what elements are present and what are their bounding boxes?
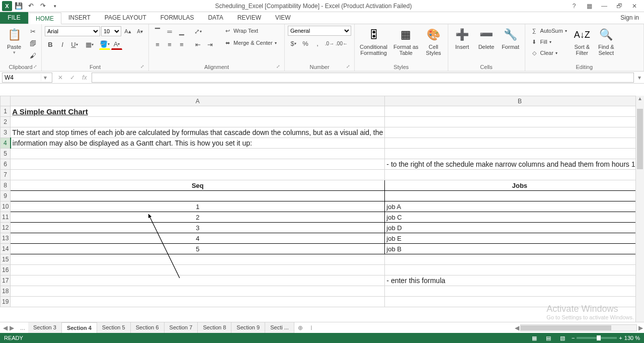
row-header[interactable]: 2 [1, 117, 11, 127]
ribbon-tab-formulas[interactable]: FORMULAS [153, 12, 201, 24]
pagebreak-view-icon[interactable]: ▧ [557, 335, 568, 341]
ribbon-tab-data[interactable]: DATA [201, 12, 230, 24]
cell-styles-button[interactable]: 🎨Cell Styles [423, 26, 445, 57]
name-box[interactable]: ▾ [2, 73, 52, 83]
sheet-tab[interactable]: Section 3 [28, 322, 62, 333]
tab-nav-next-icon[interactable]: ▶ [10, 324, 14, 331]
zoom-in-icon[interactable]: + [619, 335, 622, 341]
file-tab[interactable]: FILE [0, 12, 28, 24]
row-header[interactable]: 9 [1, 191, 11, 201]
paste-button[interactable]: 📋 Paste ▾ [3, 26, 25, 56]
autosum-button[interactable]: ∑AutoSum ▾ [528, 26, 569, 36]
clipboard-launcher-icon[interactable]: ⤢ [32, 64, 38, 70]
cell[interactable]: The start and stop times of each job are… [11, 127, 385, 138]
decrease-decimal-icon[interactable]: .00← [336, 38, 347, 49]
underline-button[interactable]: U▾ [69, 39, 80, 50]
formula-expand-icon[interactable]: ▾ [635, 74, 644, 81]
cell[interactable] [385, 191, 644, 201]
ribbon-tab-home[interactable]: HOME [28, 13, 61, 24]
cell[interactable] [11, 254, 385, 265]
name-box-dropdown-icon[interactable]: ▾ [41, 74, 49, 81]
formula-input[interactable] [92, 73, 634, 83]
fx-icon[interactable]: fx [78, 74, 91, 81]
sheet-tab[interactable]: Secti ... [265, 322, 294, 333]
cell[interactable]: 3 [11, 223, 385, 233]
cell[interactable] [11, 191, 385, 201]
merge-center-button[interactable]: ⬌Merge & Center ▾ [221, 38, 279, 48]
sheet-tab[interactable]: Section 7 [165, 322, 198, 333]
cell[interactable]: job D [385, 223, 644, 233]
align-left-icon[interactable]: ≡ [152, 39, 163, 50]
border-button[interactable]: ▦▾ [84, 39, 95, 50]
italic-button[interactable]: I [57, 39, 68, 50]
align-right-icon[interactable]: ≡ [176, 39, 187, 50]
wrap-text-button[interactable]: ↩Wrap Text [221, 26, 279, 36]
format-cells-button[interactable]: 🔧Format [500, 26, 522, 51]
zoom-slider[interactable] [577, 337, 617, 339]
cancel-formula-icon[interactable]: ✕ [54, 74, 66, 81]
font-color-button[interactable]: A▾ [111, 39, 122, 50]
cell[interactable] [385, 170, 644, 180]
worksheet-grid[interactable]: ABCDEFGHIJKLMNOPQRSTUVWXYZAAABACADAEAFAG… [0, 96, 644, 322]
cell[interactable] [11, 159, 385, 170]
fill-color-button[interactable]: 🪣▾ [99, 39, 110, 50]
normal-view-icon[interactable]: ▦ [529, 335, 539, 341]
tab-nav-prev-icon[interactable]: ◀ [3, 324, 8, 331]
cell[interactable]: 4 [11, 233, 385, 244]
ribbon-tab-view[interactable]: VIEW [268, 12, 298, 24]
cell[interactable] [385, 138, 644, 149]
sheet-tab[interactable]: Section 8 [198, 322, 231, 333]
enter-formula-icon[interactable]: ✓ [66, 74, 78, 81]
percent-icon[interactable]: % [300, 38, 311, 49]
cell[interactable]: 2 [11, 212, 385, 223]
sheet-tab[interactable]: Section 9 [231, 322, 265, 333]
row-header[interactable]: 13 [1, 233, 11, 244]
ribbon-tab-page-layout[interactable]: PAGE LAYOUT [98, 12, 153, 24]
cell[interactable] [11, 297, 385, 307]
row-header[interactable]: 12 [1, 223, 11, 233]
accounting-icon[interactable]: $▾ [288, 38, 299, 49]
cell[interactable] [385, 117, 644, 127]
cell[interactable] [11, 117, 385, 127]
align-bottom-icon[interactable]: ▁ [176, 26, 187, 37]
align-middle-icon[interactable]: ═ [164, 26, 175, 37]
cell[interactable]: information may also be displayed as a G… [11, 138, 385, 149]
align-center-icon[interactable]: ≡ [164, 39, 175, 50]
scroll-up-icon[interactable]: ▲ [636, 96, 644, 101]
row-header[interactable]: 17 [1, 276, 11, 286]
cell[interactable] [385, 297, 644, 307]
sign-in-link[interactable]: Sign in [620, 12, 639, 24]
row-header[interactable]: 15 [1, 254, 11, 265]
sheet-tab[interactable]: Section 5 [97, 322, 131, 333]
alignment-launcher-icon[interactable]: ⤢ [275, 64, 281, 70]
sheet-tab[interactable]: Section 4 [62, 322, 97, 333]
orientation-icon[interactable]: ⤢▾ [192, 26, 203, 37]
cell[interactable] [385, 127, 644, 138]
row-header[interactable]: 3 [1, 127, 11, 138]
font-launcher-icon[interactable]: ⤢ [139, 64, 145, 70]
hscroll-left-icon[interactable]: ◀ [513, 324, 520, 331]
cell[interactable]: A Simple Gantt Chart [11, 106, 385, 117]
zoom-out-icon[interactable]: − [572, 335, 575, 341]
row-header[interactable]: 11 [1, 212, 11, 223]
shrink-font-icon[interactable]: A▾ [134, 26, 145, 37]
cell[interactable] [385, 106, 644, 117]
save-icon[interactable]: 💾 [13, 1, 24, 12]
row-header[interactable]: 19 [1, 297, 11, 307]
row-header[interactable]: 16 [1, 265, 11, 276]
copy-icon[interactable]: 🗐 [27, 38, 38, 49]
qat-customize-icon[interactable]: ▾ [49, 1, 60, 12]
layout-view-icon[interactable]: ▤ [543, 335, 553, 341]
hscroll-thumb[interactable] [521, 325, 611, 330]
clear-button[interactable]: ◇Clear ▾ [528, 48, 569, 58]
ribbon-collapse-icon[interactable]: ▦ [582, 1, 597, 12]
align-top-icon[interactable]: ▔ [152, 26, 163, 37]
cell[interactable]: Jobs [385, 180, 644, 191]
comma-icon[interactable]: , [312, 38, 323, 49]
cell[interactable]: Seq [11, 180, 385, 191]
find-select-button[interactable]: 🔍Find & Select [595, 26, 617, 57]
bold-button[interactable]: B [45, 39, 56, 50]
cell[interactable]: job B [385, 244, 644, 254]
number-launcher-icon[interactable]: ⤢ [345, 64, 351, 70]
cell[interactable] [385, 254, 644, 265]
